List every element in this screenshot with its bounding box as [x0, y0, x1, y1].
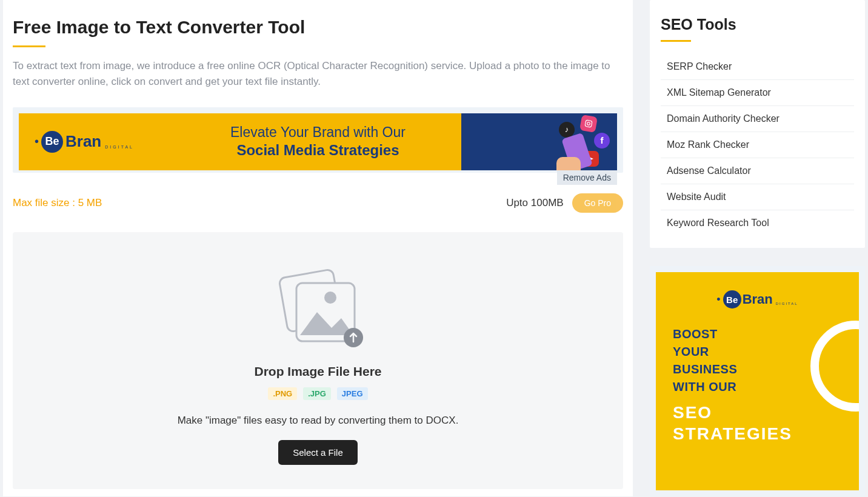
upto-group: Upto 100MB Go Pro	[506, 193, 623, 213]
dropzone[interactable]: Drop Image File Here .PNG .JPG JPEG Make…	[13, 232, 623, 489]
tool-xml-sitemap[interactable]: XML Sitemap Generator	[661, 80, 854, 106]
sidebar-title: SEO Tools	[661, 16, 854, 42]
page-title: Free Image to Text Converter Tool	[13, 17, 623, 47]
seo-tool-list: SERP Checker XML Sitemap Generator Domai…	[661, 54, 854, 236]
tiktok-icon: ♪	[559, 122, 575, 138]
upload-image-icon	[270, 262, 367, 353]
instagram-icon	[579, 115, 598, 133]
file-limits-row: Max file size : 5 MB Upto 100MB Go Pro	[13, 193, 623, 213]
upto-label: Upto 100MB	[506, 197, 564, 209]
svg-rect-0	[585, 120, 592, 127]
format-png-badge: .PNG	[268, 387, 297, 400]
seo-tools-card: SEO Tools SERP Checker XML Sitemap Gener…	[650, 0, 865, 248]
tool-website-audit[interactable]: Website Audit	[661, 184, 854, 210]
main-content: Free Image to Text Converter Tool To ext…	[3, 0, 633, 496]
drop-title: Drop Image File Here	[25, 364, 611, 379]
tool-adsense-calc[interactable]: Adsense Calculator	[661, 158, 854, 184]
facebook-icon: f	[594, 133, 610, 148]
format-jpg-badge: .JPG	[303, 387, 331, 400]
tool-serp-checker[interactable]: SERP Checker	[661, 54, 854, 80]
ad-line-1: Elevate Your Brand with Our	[19, 124, 617, 141]
top-ad-banner[interactable]: • Be Bran DIGITAL Elevate Your Brand wit…	[19, 113, 617, 170]
page-description: To extract text from image, we introduce…	[13, 58, 623, 90]
sidebar-ad-logo: • Be Bran DIGITAL	[673, 290, 842, 309]
format-jpeg-badge: JPEG	[337, 387, 368, 400]
sidebar: SEO Tools SERP Checker XML Sitemap Gener…	[650, 0, 865, 496]
sidebar-ad-seo: SEO STRATEGIES	[673, 402, 842, 444]
top-ad-container: • Be Bran DIGITAL Elevate Your Brand wit…	[13, 107, 623, 173]
hand-icon	[556, 157, 581, 170]
tool-keyword-research[interactable]: Keyword Research Tool	[661, 210, 854, 236]
go-pro-button[interactable]: Go Pro	[572, 193, 623, 213]
drop-subtitle: Make "image" files easy to read by conve…	[25, 415, 611, 427]
max-file-size-label: Max file size : 5 MB	[13, 197, 102, 209]
ad-text: Elevate Your Brand with Our Social Media…	[19, 124, 617, 159]
sidebar-ad-banner[interactable]: • Be Bran DIGITAL BOOST YOUR BUSINESS WI…	[656, 272, 859, 490]
svg-point-1	[587, 122, 590, 125]
svg-point-5	[324, 292, 336, 304]
logo-b-icon: Be	[723, 290, 741, 309]
tool-moz-rank[interactable]: Moz Rank Checker	[661, 132, 854, 158]
logo-tag: DIGITAL	[776, 302, 798, 305]
tool-domain-authority[interactable]: Domain Authority Checker	[661, 106, 854, 132]
ad-line-2: Social Media Strategies	[19, 142, 617, 159]
select-file-button[interactable]: Select a File	[278, 440, 358, 465]
remove-ads-link[interactable]: Remove Ads	[557, 170, 617, 185]
sidebar-ad-container: • Be Bran DIGITAL BOOST YOUR BUSINESS WI…	[650, 266, 865, 496]
logo-brand: Bran	[743, 292, 773, 307]
format-badges: .PNG .JPG JPEG	[25, 387, 611, 400]
